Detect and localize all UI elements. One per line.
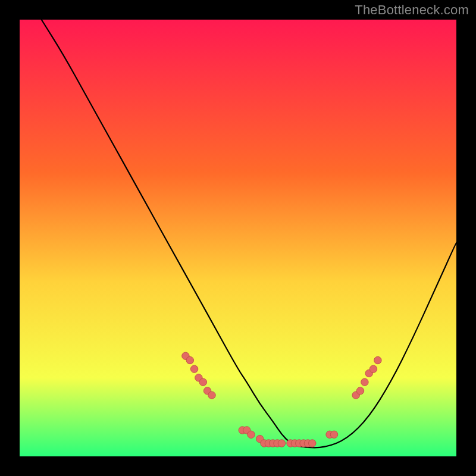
data-point (208, 392, 215, 399)
data-point (199, 378, 206, 386)
data-point (248, 431, 255, 438)
data-point (369, 365, 377, 372)
data-point (190, 365, 198, 372)
data-point (361, 378, 368, 386)
bottleneck-chart (0, 0, 476, 476)
data-point (374, 356, 381, 364)
chart-container: TheBottleneck.com (0, 0, 476, 476)
watermark-text: TheBottleneck.com (355, 2, 469, 18)
data-point (330, 431, 337, 438)
plot-area (20, 20, 456, 456)
data-point (186, 356, 193, 364)
data-point (309, 440, 316, 447)
data-point (356, 387, 364, 394)
data-point (278, 440, 285, 447)
